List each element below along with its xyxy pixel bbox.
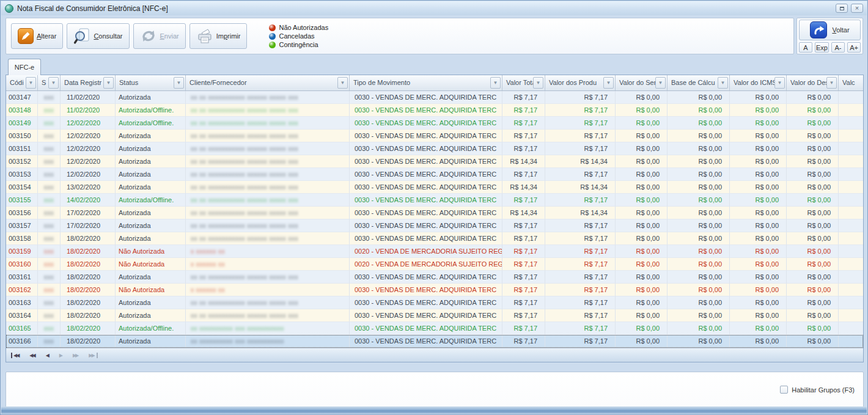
cell-valor-desconto: R$ 0,00 xyxy=(787,296,839,309)
cell-valor-total: R$ 7,17 xyxy=(502,309,545,322)
tab-nfce[interactable]: NFC-e xyxy=(8,59,41,75)
close-button[interactable]: × xyxy=(851,4,863,13)
column-filter-button-data-registro[interactable]: ▼ xyxy=(103,77,114,89)
alterar-button[interactable]: Alterar xyxy=(11,23,63,49)
cell-valor-desconto: R$ 0,00 xyxy=(787,232,839,245)
cell-valor-total: R$ 14,34 xyxy=(502,155,545,168)
table-row[interactable]: 003151xxx12/02/2020Autorizadaxx xx xxxxx… xyxy=(6,142,863,155)
cell-valor-desconto: R$ 0,00 xyxy=(787,130,839,142)
cell-tipo-movimento: 0030 - VENDAS DE MERC. ADQUIRIDA TERC xyxy=(350,296,502,309)
table-row[interactable]: 003165xxx18/02/2020Autorizada/Offline.xx… xyxy=(6,322,863,335)
column-header-cliente-fornecedor[interactable]: Cliente/Fornecedor▼ xyxy=(186,75,350,90)
cell-valor-desconto: R$ 0,00 xyxy=(787,142,839,155)
cell-valor-servico: R$ 0,00 xyxy=(616,142,668,155)
cell-base-calculo: R$ 0,00 xyxy=(668,296,730,309)
cell-valor-total: R$ 7,17 xyxy=(502,130,545,142)
cell-status: Autorizada xyxy=(116,130,186,142)
column-header-data-registro[interactable]: Data Registr▼ xyxy=(61,75,116,90)
table-row[interactable]: 003164xxx18/02/2020Autorizadaxx xx xxxxx… xyxy=(6,309,863,322)
table-row[interactable]: 003147xxx11/02/2020Autorizadaxx xx xxxxx… xyxy=(6,91,863,104)
cell-valor-desconto: R$ 0,00 xyxy=(787,104,839,117)
table-row[interactable]: 003162xxx18/02/2020Não Autorizadax xxxxx… xyxy=(6,284,863,296)
column-header-status[interactable]: Status▼ xyxy=(116,75,186,90)
button-a-minus[interactable]: A- xyxy=(831,42,845,53)
cell-extra xyxy=(839,309,863,322)
column-filter-button-valor-servico[interactable]: ▼ xyxy=(655,77,666,89)
cell-serie: xxx xyxy=(38,219,61,232)
table-row[interactable]: 003154xxx13/02/2020Autorizadaxx xx xxxxx… xyxy=(6,181,863,194)
column-header-serie[interactable]: S▼ xyxy=(38,75,61,90)
cell-valor-icms: R$ 0,00 xyxy=(730,219,787,232)
table-row[interactable]: 003153xxx12/02/2020Autorizadaxx xx xxxxx… xyxy=(6,168,863,181)
column-filter-button-valor-total[interactable]: ▼ xyxy=(533,77,543,89)
cell-tipo-movimento: 0030 - VENDAS DE MERC. ADQUIRIDA TERC xyxy=(350,335,502,348)
enviar-button[interactable]: Enviar xyxy=(133,23,186,49)
column-filter-button-extra[interactable]: ▼ xyxy=(863,77,864,89)
sync-arrows-icon xyxy=(140,28,157,45)
button-exp[interactable]: Exp xyxy=(815,42,829,53)
table-row[interactable]: 003156xxx17/02/2020Autorizadaxx xx xxxxx… xyxy=(6,207,863,219)
column-filter-button-valor-desconto[interactable]: ▼ xyxy=(826,77,837,89)
cell-valor-servico: R$ 0,00 xyxy=(616,232,668,245)
prior-record-button[interactable]: ◀ xyxy=(43,353,51,358)
button-a-plus[interactable]: A+ xyxy=(847,42,861,53)
cell-valor-icms: R$ 0,00 xyxy=(730,168,787,181)
column-filter-button-status[interactable]: ▼ xyxy=(174,77,184,89)
table-row[interactable]: 003161xxx18/02/2020Autorizadaxx xx xxxxx… xyxy=(6,271,863,284)
table-row[interactable]: 003152xxx12/02/2020Autorizadaxx xx xxxxx… xyxy=(6,155,863,168)
column-filter-button-serie[interactable]: ▼ xyxy=(48,77,59,89)
column-header-valor-servico[interactable]: Valor do Serv▼ xyxy=(616,75,668,90)
cell-valor-icms: R$ 0,00 xyxy=(730,284,787,296)
column-filter-button-valor-icms[interactable]: ▼ xyxy=(774,77,785,89)
cell-data-registro: 18/02/2020 xyxy=(61,245,116,258)
column-header-valor-produtos[interactable]: Valor dos Produ▼ xyxy=(545,75,616,90)
cell-valor-produtos: R$ 7,17 xyxy=(545,104,616,117)
table-row[interactable]: 003166xxx18/02/2020Autorizadaxx xxxxxxxx… xyxy=(6,335,863,348)
column-header-codigo[interactable]: Códi▼ xyxy=(6,75,38,90)
cell-valor-desconto: R$ 0,00 xyxy=(787,168,839,181)
table-row[interactable]: 003155xxx14/02/2020Autorizada/Offline.xx… xyxy=(6,194,863,207)
table-row[interactable]: 003149xxx12/02/2020Autorizada/Offline.xx… xyxy=(6,117,863,130)
prior-page-button[interactable]: ◀◀ xyxy=(27,353,37,358)
cell-status: Autorizada xyxy=(116,142,186,155)
column-filter-button-valor-produtos[interactable]: ▼ xyxy=(603,77,614,89)
first-record-button[interactable]: ◀◀ xyxy=(11,353,21,358)
column-filter-button-codigo[interactable]: ▼ xyxy=(26,77,36,89)
table-row[interactable]: 003163xxx18/02/2020Autorizadaxx xx xxxxx… xyxy=(6,296,863,309)
last-record-button[interactable]: ▶▶ xyxy=(86,353,97,358)
next-record-button[interactable]: ▶ xyxy=(57,353,64,358)
column-header-base-calculo[interactable]: Base de Cálcu▼ xyxy=(668,75,730,90)
cell-base-calculo: R$ 0,00 xyxy=(668,168,730,181)
habilitar-grupos-checkbox[interactable] xyxy=(780,386,788,394)
column-header-valor-desconto[interactable]: Valor do Desc▼ xyxy=(787,75,839,90)
column-filter-button-base-calculo[interactable]: ▼ xyxy=(718,77,728,89)
table-row[interactable]: 003159xxx18/02/2020Não Autorizadax xxxxx… xyxy=(6,245,863,258)
cell-valor-produtos: R$ 7,17 xyxy=(545,309,616,322)
cell-codigo: 003166 xyxy=(6,335,38,348)
voltar-button[interactable]: Voltar xyxy=(799,20,861,40)
column-header-tipo-movimento[interactable]: Tipo de Movimento▼ xyxy=(350,75,502,90)
cell-codigo: 003162 xyxy=(6,284,38,296)
restore-button[interactable] xyxy=(836,4,848,13)
button-a[interactable]: A xyxy=(799,42,812,53)
cell-cliente-fornecedor: xx xx xxxxxxxxxxx xxxxxx xxxxx xxx xyxy=(186,168,350,181)
column-filter-button-tipo-movimento[interactable]: ▼ xyxy=(490,77,501,89)
table-row[interactable]: 003150xxx12/02/2020Autorizadaxx xx xxxxx… xyxy=(6,130,863,142)
cell-valor-total: R$ 14,34 xyxy=(502,207,545,219)
consultar-button[interactable]: Consultar xyxy=(67,23,129,49)
cell-valor-icms: R$ 0,00 xyxy=(730,194,787,207)
table-row[interactable]: 003157xxx17/02/2020Autorizadaxx xx xxxxx… xyxy=(6,219,863,232)
table-row[interactable]: 003148xxx11/02/2020Autorizada/Offline.xx… xyxy=(6,104,863,117)
cell-data-registro: 18/02/2020 xyxy=(61,271,116,284)
column-filter-button-cliente-fornecedor[interactable]: ▼ xyxy=(337,77,348,89)
next-page-button[interactable]: ▶▶ xyxy=(70,353,80,358)
table-row[interactable]: 003158xxx18/02/2020Autorizadaxx xx xxxxx… xyxy=(6,232,863,245)
cell-data-registro: 11/02/2020 xyxy=(61,91,116,104)
column-header-valor-icms[interactable]: Valor do ICMS▼ xyxy=(730,75,787,90)
imprimir-button[interactable]: Imprimir xyxy=(189,23,248,49)
cell-tipo-movimento: 0030 - VENDAS DE MERC. ADQUIRIDA TERC xyxy=(350,284,502,296)
cell-valor-total: R$ 7,17 xyxy=(502,335,545,348)
column-header-extra[interactable]: Valc▼ xyxy=(839,75,864,90)
column-header-valor-total[interactable]: Valor Tota▼ xyxy=(502,75,545,90)
table-row[interactable]: 003160xxx18/02/2020Não Autorizadax xxxxx… xyxy=(6,258,863,271)
